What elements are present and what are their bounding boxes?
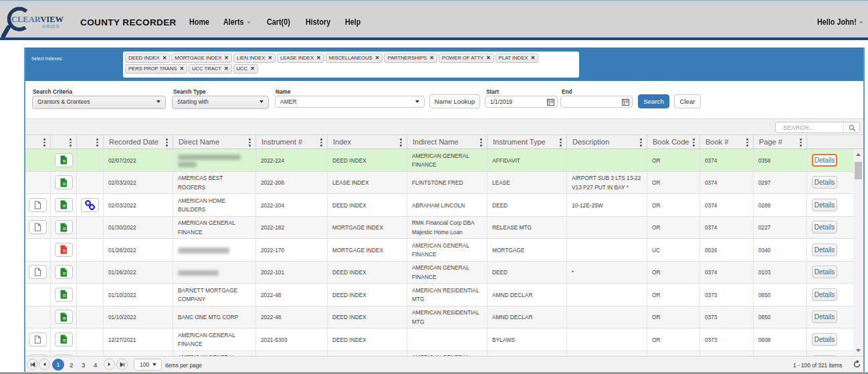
svg-text:CLEARVIEW: CLEARVIEW [11, 15, 64, 24]
svg-text:GRIDS: GRIDS [42, 24, 60, 29]
